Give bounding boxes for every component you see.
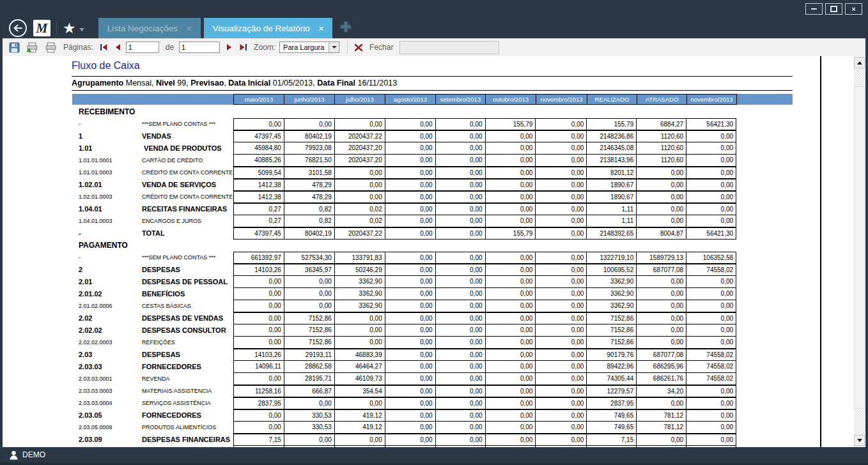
value-cell: 0,00: [435, 288, 485, 300]
app-logo[interactable]: M: [33, 20, 50, 36]
value-cell: 155,79: [485, 228, 536, 239]
value-cell: 2020437,20: [334, 142, 385, 154]
table-row: 2.03.03FORNECEDORES14096,1128862,5846464…: [72, 361, 736, 373]
value-cell: 0,00: [435, 313, 485, 324]
value-cell: 0,00: [385, 337, 435, 348]
value-cell: 0,00: [435, 142, 485, 154]
scroll-up-button[interactable]: [854, 57, 865, 68]
value-cell: 0,00: [485, 142, 536, 154]
print-setup-icon[interactable]: [26, 42, 38, 53]
vertical-scrollbar[interactable]: [854, 56, 865, 447]
value-cells: 45984,8079923,082020437,200,000,000,000,…: [233, 142, 736, 155]
value-cell: 0,00: [385, 204, 435, 215]
value-cell: 0,00: [686, 167, 736, 178]
value-cell: 0,00: [435, 131, 485, 142]
table-row: 2.01DESPESAS DE PESSOAL0,000,003362,900,…: [72, 276, 736, 288]
next-page-button[interactable]: [226, 43, 233, 51]
tab-close-icon[interactable]: ×: [187, 24, 192, 33]
last-page-button[interactable]: [239, 43, 247, 51]
favorites-star-icon[interactable]: ★: [63, 20, 76, 36]
value-cell: 0,00: [435, 119, 485, 130]
column-header: agosto/2013: [385, 94, 435, 105]
value-cell: 1890,67: [586, 179, 636, 190]
value-cell: 0,00: [686, 142, 736, 154]
account-description: CESTAS BÁSICAS: [142, 300, 233, 312]
report-column-headers: maio/2013junho/2013julho/2013agosto/2013…: [72, 94, 793, 105]
value-cell: 0,00: [435, 324, 485, 336]
table-row: 2.03.05FORNECEDORES0,00330,53419,120,000…: [72, 409, 736, 422]
scroll-down-button[interactable]: [854, 435, 865, 446]
value-cell: 46464,27: [334, 361, 385, 372]
value-cell: 0,82: [284, 204, 334, 215]
value-cell: 0,00: [435, 215, 485, 227]
value-cell: 0,00: [636, 192, 686, 202]
table-row: 1.02.01.0003CRÉDITO EM CONTA CORRENTE141…: [72, 191, 736, 203]
close-button[interactable]: ×: [845, 3, 862, 15]
zoom-dropdown-button[interactable]: [329, 42, 339, 52]
table-row: 2.01.02BENEFÍCIOS0,000,003362,900,000,00…: [72, 288, 736, 300]
value-cell: 0,00: [435, 410, 485, 421]
value-cell: 0,00: [686, 276, 736, 287]
value-cell: 0,00: [535, 119, 586, 130]
previous-page-button[interactable]: [114, 43, 121, 51]
titlebar: ×: [0, 0, 868, 18]
close-report-icon[interactable]: [354, 43, 363, 52]
save-icon[interactable]: [9, 42, 20, 53]
value-cell: 0,00: [435, 386, 485, 397]
value-cells: 0,270,820,020,000,000,000,001,110,000,00: [233, 215, 736, 227]
value-cell: 0,00: [233, 373, 284, 385]
print-icon[interactable]: [45, 42, 57, 53]
value-cell: 0,00: [485, 204, 536, 215]
value-cell: 14103,26: [233, 349, 284, 360]
table-row: 2.02DESPESAS DE VENDAS0,007152,860,000,0…: [72, 312, 736, 324]
filter-input[interactable]: [399, 41, 499, 54]
report-viewport: Fluxo de Caixa Agrupamento Mensal, Nivel…: [3, 56, 865, 447]
value-cell: 0,00: [535, 324, 586, 336]
minimize-icon: [811, 8, 817, 10]
close-report-label[interactable]: Fechar: [369, 43, 393, 52]
minimize-button[interactable]: [805, 3, 823, 15]
column-header: novembro/2013: [686, 94, 737, 105]
value-cells: 2837,950,000,000,000,000,000,002837,950,…: [233, 397, 736, 409]
account-code: 2.02.02: [72, 324, 142, 337]
account-code: 2.03.03: [72, 361, 142, 373]
value-cell: 0,00: [535, 422, 586, 433]
value-cell: 0,00: [233, 313, 284, 324]
pages-label: Páginas:: [63, 43, 93, 52]
account-description: MATERIAIS ASSISTENCIA: [142, 385, 233, 397]
value-cell: 0,00: [385, 313, 435, 324]
scrollbar-thumb[interactable]: [854, 86, 865, 409]
first-page-button[interactable]: [100, 43, 108, 51]
value-cell: 749,65: [586, 422, 636, 433]
value-cell: 0,00: [535, 288, 586, 300]
value-cell: 419,12: [334, 422, 385, 433]
total-pages-box[interactable]: [179, 42, 220, 53]
tab-visualizacao-relatorio[interactable]: Visualização de Relatório ×: [204, 18, 333, 38]
back-button[interactable]: [8, 18, 28, 38]
value-cell: 2138143,96: [586, 155, 636, 166]
page-edge-line: [820, 56, 821, 447]
of-label: de: [166, 43, 174, 52]
maximize-button[interactable]: [825, 3, 842, 15]
table-row: -TOTAL47397,4580402,192020437,220,000,00…: [72, 227, 736, 240]
value-cell: 12279,57: [586, 386, 636, 397]
subtitle-segment: Data Final: [317, 79, 355, 88]
value-cell: 0,00: [334, 119, 385, 130]
value-cell: 3362,90: [334, 288, 385, 300]
value-cell: 2837,95: [586, 398, 636, 409]
tab-lista-negociacoes[interactable]: Lista Negociações ×: [98, 18, 201, 38]
value-cells: 0,00330,53419,120,000,000,000,00749,6578…: [233, 422, 736, 434]
new-tab-button[interactable]: [340, 21, 352, 35]
tab-close-icon[interactable]: ×: [319, 24, 324, 33]
value-cell: 0,00: [233, 276, 284, 287]
favorites-caret-icon[interactable]: [79, 28, 84, 31]
account-description: DESPESAS FINANCEIRAS: [142, 434, 233, 446]
value-cell: 0,00: [435, 337, 485, 348]
tabs: Lista Negociações × Visualização de Rela…: [98, 18, 333, 38]
value-cell: 56421,30: [686, 119, 736, 130]
value-cell: 7152,86: [586, 313, 636, 324]
value-cell: 330,53: [284, 422, 334, 433]
zoom-select[interactable]: Para Largura: [279, 42, 339, 53]
value-cell: 0,00: [435, 252, 485, 263]
current-page-input[interactable]: [126, 42, 159, 53]
